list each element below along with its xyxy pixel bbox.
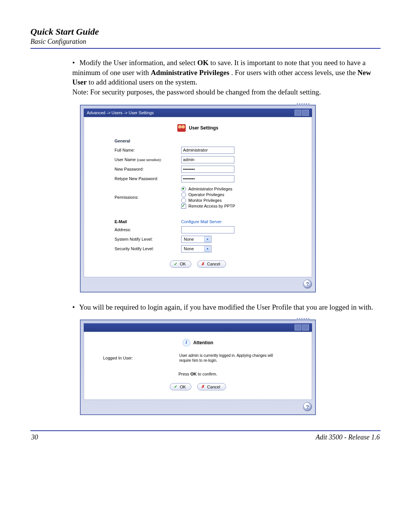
close-icon: ✗ [201, 262, 205, 267]
cancel-button[interactable]: ✗ Cancel [197, 383, 226, 390]
label-sys-notify: System Notify Level: [115, 237, 181, 241]
full-name-input[interactable] [181, 147, 234, 154]
check-icon: ✓ [174, 384, 177, 389]
panel-title: User Settings [189, 125, 218, 131]
checkbox-icon [181, 204, 186, 209]
page-number: 30 [31, 433, 38, 441]
sec-notify-select[interactable]: None ▾ [181, 245, 212, 252]
product-footer: Adit 3500 - Release 1.6 [316, 433, 380, 441]
label-retype-password: Retype New Password: [115, 176, 181, 181]
label-address: Address: [115, 227, 181, 232]
confirm-text: Press OK to confirm. [92, 372, 304, 376]
text: . For users with other access levels, us… [231, 69, 357, 77]
radio-admin-privileges[interactable]: Administrator Privileges [181, 187, 235, 192]
label-permissions: Permissions: [115, 187, 181, 200]
radio-icon [181, 192, 186, 197]
footer-rule [30, 430, 381, 431]
chevron-down-icon: ▾ [204, 236, 210, 242]
address-input[interactable] [181, 226, 234, 233]
toolbar-icon[interactable] [295, 324, 301, 331]
bullet-item: • You will be required to login again, i… [72, 302, 377, 312]
toolbar-icon[interactable] [302, 324, 309, 331]
ok-button[interactable]: ✓ OK [170, 383, 191, 390]
sys-notify-select[interactable]: None ▾ [181, 236, 212, 243]
radio-monitor-privileges[interactable]: Monitor Privileges [181, 198, 235, 203]
breadcrumb: Advanced -> Users -> User Settings [87, 110, 154, 115]
text-bold: OK [197, 59, 209, 67]
label-logged-in-user: Logged In User: [103, 356, 179, 360]
logged-in-message: User admin is currently logged in. Apply… [179, 353, 278, 363]
label-full-name: Full Name: [115, 148, 181, 152]
chevron-down-icon: ▾ [204, 246, 210, 252]
cancel-button[interactable]: ✗ Cancel [197, 260, 226, 268]
section-general: General [92, 137, 304, 145]
user-name-input[interactable] [181, 156, 234, 163]
text-bold: Administrative Privileges [151, 69, 229, 77]
help-icon[interactable]: ? [303, 402, 312, 411]
label-sec-notify: Security Notify Level: [115, 246, 181, 251]
info-icon [183, 339, 190, 347]
radio-icon [181, 198, 186, 203]
text: to add additional users on the system. [89, 78, 197, 86]
label-user-name: User Name (case sensitive): [115, 157, 181, 162]
breadcrumb [87, 325, 88, 330]
close-icon: ✗ [201, 384, 205, 389]
ok-button[interactable]: ✓ OK [170, 260, 191, 268]
page-subtitle: Basic Configuration [30, 38, 381, 46]
help-icon[interactable]: ? [303, 280, 312, 289]
attention-window: Attention Logged In User: User admin is … [80, 320, 316, 415]
text: Modify the User information, and select [80, 59, 198, 67]
page-title: Quick Start Guide [30, 27, 381, 37]
bullet-item: • Modify the User information, and selec… [72, 58, 377, 97]
panel-title: Attention [193, 340, 213, 345]
check-icon: ✓ [174, 262, 177, 267]
users-icon [177, 124, 186, 132]
toolbar-icon[interactable] [302, 110, 309, 116]
radio-operator-privileges[interactable]: Operator Privileges [181, 192, 235, 197]
new-password-input[interactable] [181, 166, 234, 173]
user-settings-window: Advanced -> Users -> User Settings User … [80, 105, 316, 292]
toolbar-icon[interactable] [295, 110, 301, 116]
label-new-password: New Password: [115, 167, 181, 171]
text-note: Note: For security purposes, the passwor… [72, 88, 321, 96]
check-remote-access[interactable]: Remote Access by PPTP [181, 204, 235, 209]
header-rule [30, 48, 381, 49]
configure-mail-link[interactable]: Configure Mail Server [181, 219, 221, 224]
radio-icon [181, 187, 186, 192]
text: You will be required to login again, if … [79, 303, 373, 311]
retype-password-input[interactable] [181, 175, 234, 182]
section-email: E-Mail [115, 219, 181, 224]
